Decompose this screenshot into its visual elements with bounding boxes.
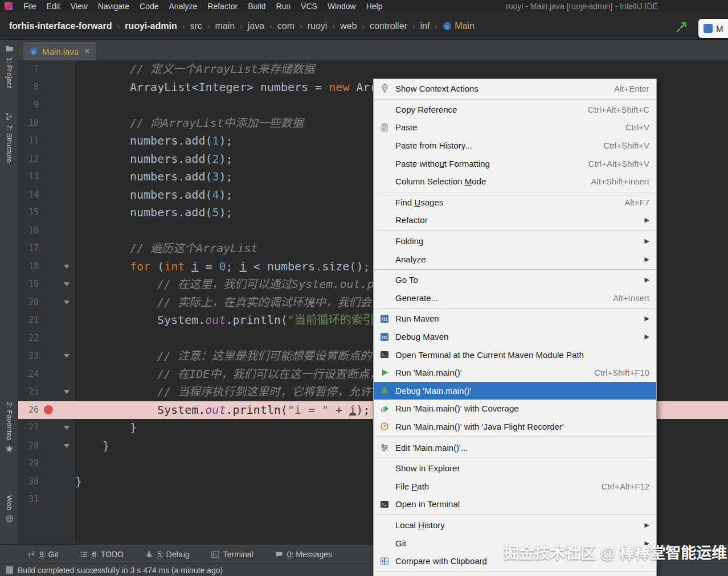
tab-close-icon[interactable]: × <box>84 46 89 56</box>
gutter-fold-area[interactable] <box>58 491 75 509</box>
gutter-fold-area[interactable] <box>58 294 75 312</box>
fold-marker-icon[interactable] <box>64 444 69 448</box>
gutter-breakpoint-area[interactable] <box>39 96 58 114</box>
breadcrumb-item-ruoyi[interactable]: ruoyi <box>306 21 329 31</box>
menu-item-generate[interactable]: Generate...Alt+Insert <box>374 289 656 307</box>
gutter-breakpoint-area[interactable] <box>39 79 58 97</box>
menu-file[interactable]: File <box>18 2 42 11</box>
line-number[interactable]: 29 <box>18 455 39 473</box>
gutter-breakpoint-area[interactable] <box>39 114 58 133</box>
line-number[interactable]: 15 <box>18 204 39 222</box>
menu-item-open-in-terminal[interactable]: Open in Terminal <box>374 495 656 513</box>
toolwindow-button-1-project[interactable]: 1: Project <box>0 44 18 88</box>
breadcrumb-item-main[interactable]: main <box>214 21 236 31</box>
line-number[interactable]: 11 <box>18 132 39 150</box>
menu-item-run-main-main[interactable]: Run 'Main.main()'Ctrl+Shift+F10 <box>374 364 656 382</box>
gutter-breakpoint-area[interactable] <box>39 186 58 204</box>
gutter-fold-area[interactable] <box>58 204 75 222</box>
menu-edit[interactable]: Edit <box>42 2 66 11</box>
toolwindow-button-web[interactable]: Web <box>0 495 18 523</box>
menu-item-paste-from-history[interactable]: Paste from History...Ctrl+Shift+V <box>374 137 656 155</box>
gutter-breakpoint-area[interactable] <box>39 168 58 186</box>
menu-item-local-history[interactable]: Local History▶ <box>374 516 656 534</box>
gutter-fold-area[interactable] <box>58 168 75 186</box>
fold-marker-icon[interactable] <box>64 390 69 394</box>
menu-analyze[interactable]: Analyze <box>164 2 203 11</box>
menu-item-paste[interactable]: PasteCtrl+V <box>374 118 656 137</box>
gutter-fold-area[interactable] <box>58 222 75 240</box>
line-number[interactable]: 28 <box>18 437 39 455</box>
line-number[interactable]: 16 <box>18 222 39 240</box>
fold-marker-icon[interactable] <box>64 354 69 358</box>
breadcrumb-item-web[interactable]: web <box>339 21 358 31</box>
gutter-fold-area[interactable] <box>58 347 75 365</box>
gutter-breakpoint-area[interactable] <box>39 365 58 384</box>
line-number[interactable]: 20 <box>18 294 39 312</box>
menu-navigate[interactable]: Navigate <box>93 2 134 11</box>
menu-item-file-path[interactable]: File PathCtrl+Alt+F12 <box>374 477 656 495</box>
line-number[interactable]: 19 <box>18 275 39 294</box>
toolwindow-button-terminal[interactable]: Terminal <box>211 550 253 559</box>
menu-code[interactable]: Code <box>134 2 163 11</box>
green-run-arrow-icon[interactable] <box>674 20 688 36</box>
menu-item-debug-maven[interactable]: mDebug Maven▶ <box>374 328 656 346</box>
gutter-breakpoint-area[interactable] <box>39 204 58 222</box>
line-number[interactable]: 17 <box>18 240 39 258</box>
line-number[interactable]: 8 <box>18 79 39 97</box>
line-number[interactable]: 18 <box>18 258 39 276</box>
menu-item-folding[interactable]: Folding▶ <box>374 232 656 250</box>
menu-item-show-in-explorer[interactable]: Show in Explorer <box>374 459 656 478</box>
menu-item-go-to[interactable]: Go To▶ <box>374 271 656 289</box>
code-text[interactable]: // 定义一个ArrayList来存储数据 <box>75 60 728 79</box>
gutter-fold-area[interactable] <box>58 437 75 455</box>
menu-item-create-gist[interactable]: Create Gist <box>374 573 656 576</box>
breadcrumb-item-src[interactable]: src <box>189 21 203 31</box>
menu-view[interactable]: View <box>66 2 93 11</box>
line-number[interactable]: 10 <box>18 114 39 133</box>
gutter-fold-area[interactable] <box>58 473 75 491</box>
gutter-breakpoint-area[interactable] <box>39 473 58 491</box>
gutter-breakpoint-area[interactable] <box>39 330 58 348</box>
breakpoint-icon[interactable] <box>44 405 53 414</box>
gutter-breakpoint-area[interactable] <box>39 347 58 365</box>
menu-help[interactable]: Help <box>361 2 388 11</box>
menu-item-run-main-main-with-java-flight-recorder[interactable]: Run 'Main.main()' with 'Java Flight Reco… <box>374 418 656 436</box>
fold-marker-icon[interactable] <box>64 301 69 305</box>
line-number[interactable]: 7 <box>18 60 39 79</box>
gutter-breakpoint-area[interactable] <box>39 455 58 473</box>
line-number[interactable]: 30 <box>18 473 39 491</box>
gutter-breakpoint-area[interactable] <box>39 60 58 79</box>
gutter-fold-area[interactable] <box>58 79 75 97</box>
line-number[interactable]: 22 <box>18 330 39 348</box>
toolwindow-button-5-debug[interactable]: 5: Debug <box>145 550 190 559</box>
menu-window[interactable]: Window <box>322 2 361 11</box>
menu-item-paste-without-formatting[interactable]: Paste without FormattingCtrl+Alt+Shift+V <box>374 154 656 172</box>
gutter-breakpoint-area[interactable] <box>39 383 58 401</box>
menu-item-run-maven[interactable]: mRun Maven▶ <box>374 310 656 328</box>
gutter-breakpoint-area[interactable] <box>39 132 58 150</box>
gutter-breakpoint-area[interactable] <box>39 275 58 294</box>
menu-vcs[interactable]: VCS <box>296 2 322 11</box>
menu-item-find-usages[interactable]: Find UsagesAlt+F7 <box>374 194 656 212</box>
notification-popup[interactable]: M <box>698 19 728 38</box>
toolwindow-button-0-messages[interactable]: 0: Messages <box>275 550 332 559</box>
gutter-breakpoint-area[interactable] <box>39 311 58 330</box>
gutter-breakpoint-area[interactable] <box>39 401 58 419</box>
gutter-breakpoint-area[interactable] <box>39 240 58 258</box>
menu-item-run-main-main-with-coverage[interactable]: Run 'Main.main()' with Coverage <box>374 400 656 418</box>
menu-item-column-selection-mode[interactable]: Column Selection ModeAlt+Shift+Insert <box>374 172 656 191</box>
gutter-fold-area[interactable] <box>58 455 75 473</box>
menu-run[interactable]: Run <box>271 2 296 11</box>
gutter-breakpoint-area[interactable] <box>39 437 58 455</box>
breadcrumb-item-com[interactable]: com <box>276 21 296 31</box>
line-number[interactable]: 31 <box>18 491 39 509</box>
gutter-breakpoint-area[interactable] <box>39 491 58 509</box>
line-number[interactable]: 26 <box>18 401 39 419</box>
line-number[interactable]: 27 <box>18 419 39 437</box>
menu-item-open-terminal-at-the-current-maven-module-path[interactable]: Open Terminal at the Current Maven Modul… <box>374 345 656 364</box>
fold-marker-icon[interactable] <box>64 426 69 430</box>
gutter-fold-area[interactable] <box>58 311 75 330</box>
menu-item-edit-main-main[interactable]: Edit 'Main.main()'... <box>374 438 656 456</box>
line-number[interactable]: 13 <box>18 168 39 186</box>
gutter-breakpoint-area[interactable] <box>39 150 58 168</box>
